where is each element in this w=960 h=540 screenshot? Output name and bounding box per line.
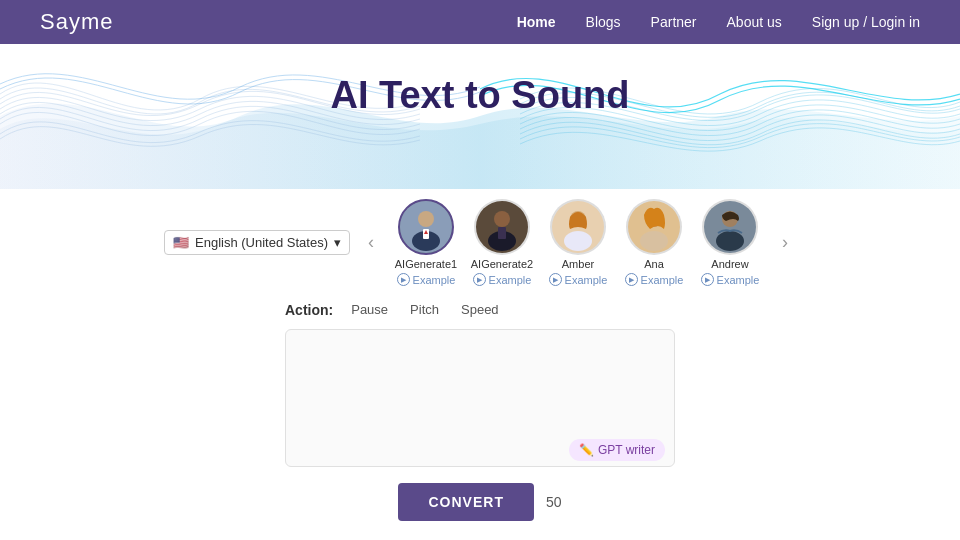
logo: Sayme [40, 9, 113, 35]
voice-name-aigenerate2: AIGenerate2 [471, 258, 533, 270]
voice-name-ana: Ana [644, 258, 664, 270]
voices-list: AIGenerate1 ▶ Example AIGenerate2 [392, 199, 764, 286]
play-icon-aigenerate1: ▶ [397, 273, 410, 286]
voice-avatar-aigenerate2 [474, 199, 530, 255]
nav-partner[interactable]: Partner [651, 14, 697, 30]
convert-row: CONVERT 50 [398, 483, 561, 521]
nav-about[interactable]: About us [727, 14, 782, 30]
hero-title: AI Text to Sound [0, 74, 960, 117]
svg-point-17 [716, 231, 744, 251]
voice-example-amber[interactable]: ▶ Example [549, 273, 608, 286]
main-nav: Home Blogs Partner About us Sign up / Lo… [517, 14, 920, 30]
svg-point-6 [494, 211, 510, 227]
voice-example-aigenerate1[interactable]: ▶ Example [397, 273, 456, 286]
play-icon-andrew: ▶ [701, 273, 714, 286]
voice-item-ana[interactable]: Ana ▶ Example [620, 199, 688, 286]
action-pitch-button[interactable]: Pitch [406, 300, 443, 319]
language-selector[interactable]: 🇺🇸 English (United States) ▾ [164, 230, 350, 255]
voice-selector-row: 🇺🇸 English (United States) ▾ ‹ [40, 199, 920, 286]
voice-name-aigenerate1: AIGenerate1 [395, 258, 457, 270]
voice-example-ana[interactable]: ▶ Example [625, 273, 684, 286]
action-label: Action: [285, 302, 333, 318]
voices-prev-button[interactable]: ‹ [360, 228, 382, 257]
voice-avatar-amber [550, 199, 606, 255]
hero-section: AI Text to Sound [0, 44, 960, 189]
voice-example-andrew[interactable]: ▶ Example [701, 273, 760, 286]
voice-name-andrew: Andrew [711, 258, 748, 270]
svg-point-14 [640, 231, 668, 251]
voice-item-aigenerate1[interactable]: AIGenerate1 ▶ Example [392, 199, 460, 286]
example-label-aigenerate1: Example [413, 274, 456, 286]
pencil-icon: ✏️ [579, 443, 594, 457]
text-area-wrapper: ✏️ GPT writer [285, 329, 675, 471]
gpt-writer-label: GPT writer [598, 443, 655, 457]
voice-avatar-aigenerate1 [398, 199, 454, 255]
gpt-writer-button[interactable]: ✏️ GPT writer [569, 439, 665, 461]
voices-next-button[interactable]: › [774, 228, 796, 257]
flag-icon: 🇺🇸 [173, 235, 189, 250]
dropdown-arrow-icon: ▾ [334, 235, 341, 250]
convert-button[interactable]: CONVERT [398, 483, 533, 521]
char-count: 50 [546, 494, 562, 510]
svg-rect-8 [498, 227, 506, 239]
example-label-amber: Example [565, 274, 608, 286]
header: Sayme Home Blogs Partner About us Sign u… [0, 0, 960, 44]
voice-name-amber: Amber [562, 258, 594, 270]
voice-avatar-andrew [702, 199, 758, 255]
svg-point-1 [418, 211, 434, 227]
play-icon-aigenerate2: ▶ [473, 273, 486, 286]
example-label-ana: Example [641, 274, 684, 286]
main-content: 🇺🇸 English (United States) ▾ ‹ [0, 189, 960, 531]
play-icon-amber: ▶ [549, 273, 562, 286]
svg-point-11 [564, 231, 592, 251]
nav-home[interactable]: Home [517, 14, 556, 30]
nav-blogs[interactable]: Blogs [586, 14, 621, 30]
voice-item-amber[interactable]: Amber ▶ Example [544, 199, 612, 286]
language-label: English (United States) [195, 235, 328, 250]
action-pause-button[interactable]: Pause [347, 300, 392, 319]
voice-item-andrew[interactable]: Andrew ▶ Example [696, 199, 764, 286]
nav-signup[interactable]: Sign up / Login in [812, 14, 920, 30]
action-speed-button[interactable]: Speed [457, 300, 503, 319]
example-label-andrew: Example [717, 274, 760, 286]
voice-example-aigenerate2[interactable]: ▶ Example [473, 273, 532, 286]
example-label-aigenerate2: Example [489, 274, 532, 286]
action-row: Action: Pause Pitch Speed [285, 300, 675, 319]
voice-avatar-ana [626, 199, 682, 255]
play-icon-ana: ▶ [625, 273, 638, 286]
voice-item-aigenerate2[interactable]: AIGenerate2 ▶ Example [468, 199, 536, 286]
